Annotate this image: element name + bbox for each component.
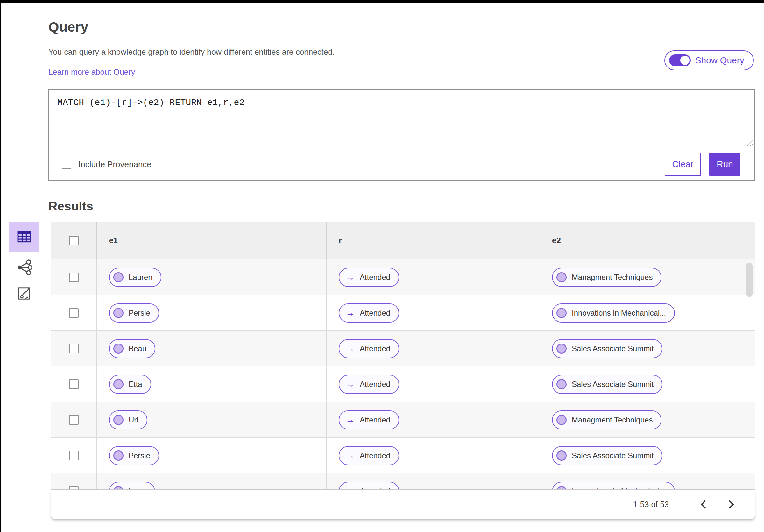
entity-chip-e1[interactable]: Beau xyxy=(109,339,155,358)
arrow-right-icon: → xyxy=(346,451,355,460)
run-button[interactable]: Run xyxy=(709,152,740,176)
e2-cell: Sales Associate Summit xyxy=(540,438,744,473)
entity-chip-e2[interactable]: Innovations in Mechanical... xyxy=(552,482,675,489)
entity-label: Larry xyxy=(128,487,146,489)
row-checkbox[interactable] xyxy=(69,451,79,460)
r-cell: → Attended xyxy=(326,260,540,295)
row-checkbox[interactable] xyxy=(69,308,79,318)
relation-label: Attended xyxy=(360,416,390,425)
clear-button[interactable]: Clear xyxy=(665,152,701,176)
pagination-bar: 1-53 of 53 xyxy=(51,489,755,520)
map-view-button[interactable] xyxy=(9,283,40,304)
row-checkbox[interactable] xyxy=(69,344,79,353)
e1-cell: Etta xyxy=(96,366,326,402)
previous-page-button[interactable] xyxy=(694,494,714,515)
results-area: e1 r e2 Lauren → Attended Managmen xyxy=(9,222,755,489)
entity-label: Sales Associate Summit xyxy=(572,380,654,389)
e1-cell: Larry xyxy=(96,473,326,489)
scrollbar-track-cell xyxy=(744,473,755,489)
e2-cell: Sales Associate Summit xyxy=(540,366,744,402)
e2-cell: Managment Techniques xyxy=(540,260,744,295)
query-input[interactable]: MATCH (e1)-[r]->(e2) RETURN e1,r,e2 xyxy=(49,90,754,148)
relation-chip[interactable]: → Attended xyxy=(339,446,399,465)
learn-more-link[interactable]: Learn more about Query xyxy=(48,68,135,77)
toggle-knob xyxy=(680,56,689,65)
entity-chip-e1[interactable]: Persie xyxy=(109,446,159,465)
e2-cell: Managment Techniques xyxy=(540,402,744,438)
table-icon xyxy=(16,228,33,246)
relation-chip[interactable]: → Attended xyxy=(339,482,399,489)
row-checkbox[interactable] xyxy=(69,486,79,489)
page-title: Query xyxy=(48,19,764,35)
entity-label: Managment Techniques xyxy=(572,273,653,282)
entity-chip-e1[interactable]: Etta xyxy=(109,375,151,394)
entity-chip-e1[interactable]: Persie xyxy=(109,303,159,322)
include-provenance-checkbox[interactable] xyxy=(62,159,71,169)
entity-label: Uri xyxy=(128,416,138,425)
row-checkbox-cell xyxy=(51,331,96,366)
query-toolbar: Include Provenance Clear Run xyxy=(49,148,754,180)
table-row: Persie → Attended Innovations in Mechani… xyxy=(51,295,755,331)
entity-chip-e2[interactable]: Managment Techniques xyxy=(552,268,662,287)
arrow-right-icon: → xyxy=(346,416,355,425)
scrollbar-track-cell xyxy=(744,295,755,330)
e1-cell: Beau xyxy=(96,331,326,366)
entity-chip-e1[interactable]: Lauren xyxy=(109,268,161,287)
arrow-right-icon: → xyxy=(346,380,355,389)
row-checkbox-cell xyxy=(51,295,96,330)
entity-chip-e1[interactable]: Uri xyxy=(109,410,147,430)
entity-circle-icon xyxy=(556,450,567,461)
r-cell: → Attended xyxy=(326,295,540,330)
next-page-button[interactable] xyxy=(720,494,741,515)
entity-label: Beau xyxy=(128,344,146,353)
relation-label: Attended xyxy=(360,451,390,460)
entity-chip-e2[interactable]: Sales Associate Summit xyxy=(552,339,663,358)
row-checkbox[interactable] xyxy=(69,272,79,282)
vertical-scrollbar-thumb[interactable] xyxy=(746,263,753,297)
toolbar-buttons: Clear Run xyxy=(665,152,740,176)
scrollbar-track-cell xyxy=(744,331,755,366)
relation-chip[interactable]: → Attended xyxy=(339,375,399,394)
show-query-label: Show Query xyxy=(695,56,744,66)
e1-cell: Uri xyxy=(96,402,326,438)
relation-chip[interactable]: → Attended xyxy=(339,268,399,287)
entity-chip-e2[interactable]: Sales Associate Summit xyxy=(552,446,663,465)
entity-circle-icon xyxy=(113,450,123,461)
entity-label: Managment Techniques xyxy=(572,416,653,425)
row-checkbox[interactable] xyxy=(69,415,79,425)
arrow-right-icon: → xyxy=(346,344,355,353)
e1-cell: Persie xyxy=(96,295,326,330)
row-checkbox-cell xyxy=(51,366,96,402)
entity-circle-icon xyxy=(556,272,567,282)
select-all-checkbox[interactable] xyxy=(69,236,79,246)
entity-circle-icon xyxy=(556,486,567,489)
entity-label: Lauren xyxy=(128,273,152,282)
relation-chip[interactable]: → Attended xyxy=(339,303,399,322)
entity-label: Persie xyxy=(128,451,150,460)
pagination-range-text: 1-53 of 53 xyxy=(633,500,669,509)
table-view-button[interactable] xyxy=(9,222,40,252)
table-row: Uri → Attended Managment Techniques xyxy=(51,402,755,438)
show-query-button[interactable]: Show Query xyxy=(665,50,754,70)
freeform-chart-icon xyxy=(17,286,32,302)
r-cell: → Attended xyxy=(326,366,540,402)
network-view-button[interactable] xyxy=(9,257,40,278)
include-provenance-row: Include Provenance xyxy=(62,159,151,169)
query-editor: MATCH (e1)-[r]->(e2) RETURN e1,r,e2 xyxy=(49,90,754,148)
relation-chip[interactable]: → Attended xyxy=(339,410,399,430)
scrollbar-track-cell xyxy=(744,402,755,438)
entity-circle-icon xyxy=(556,379,567,389)
relation-chip[interactable]: → Attended xyxy=(339,339,399,358)
arrow-right-icon: → xyxy=(346,487,355,489)
header-checkbox-cell xyxy=(51,222,96,259)
scrollbar-track-cell xyxy=(744,438,755,473)
entity-label: Sales Associate Summit xyxy=(572,451,654,460)
relation-label: Attended xyxy=(360,344,390,353)
entity-chip-e2[interactable]: Sales Associate Summit xyxy=(552,375,663,394)
table-row: Persie → Attended Sales Associate Summit xyxy=(51,438,755,473)
entity-chip-e2[interactable]: Innovations in Mechanical... xyxy=(552,303,675,322)
entity-chip-e1[interactable]: Larry xyxy=(109,482,155,489)
row-checkbox[interactable] xyxy=(69,380,79,389)
entity-chip-e2[interactable]: Managment Techniques xyxy=(552,410,662,430)
show-query-toggle-switch[interactable] xyxy=(669,55,691,66)
